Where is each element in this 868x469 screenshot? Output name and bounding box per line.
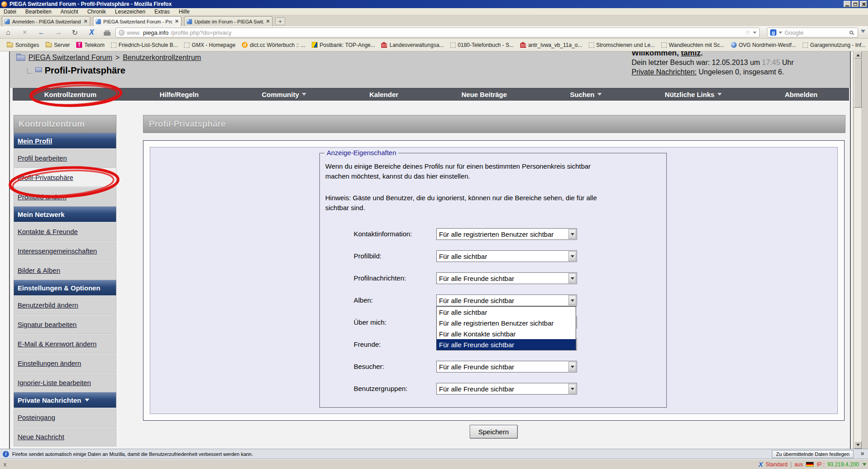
scroll-up-button[interactable] [854,51,862,59]
sidebar-item-signatur-bearbeiten[interactable]: Signatur bearbeiten [14,315,116,334]
sidebar-item-benutzerbild-aendern[interactable]: Benutzerbild ändern [14,295,116,315]
breadcrumb-root-link[interactable]: PIEGA Switzerland Forum [28,54,112,62]
sidebar-section-private-nachrichten[interactable]: Private Nachrichten [14,392,116,408]
username-link[interactable]: tamiz [681,51,700,57]
menu-ansicht[interactable]: Ansicht [60,9,78,15]
nav-suchen[interactable]: Suchen [570,91,601,98]
bookmark-item[interactable]: GMX - Homepage [181,42,239,48]
x-addon-status-icon[interactable]: X [759,461,763,468]
home-icon[interactable]: ⌂ [4,28,13,37]
notification-settings-button[interactable]: Zu übermittelnde Daten festlegen [772,450,854,458]
back-icon[interactable]: ← [37,28,46,37]
reload-icon[interactable]: ↻ [70,28,79,37]
select-benutzergruppen[interactable]: Für alle Freunde sichtbar [436,383,577,395]
tab-close-icon[interactable] [83,19,88,23]
nav-nuetzliche-links[interactable]: Nützliche Links [665,91,722,98]
bookmark-item[interactable]: 0180-Telefonbuch - S... [447,42,517,48]
menu-lesezeichen[interactable]: Lesezeichen [115,9,145,15]
nav-abmelden[interactable]: Abmelden [785,91,817,98]
menu-datei[interactable]: Datei [4,9,16,15]
select-besucher[interactable]: Für alle Freunde sichtbar [436,361,577,372]
bookmark-item[interactable]: Friedrich-List-Schule B... [108,42,181,48]
dropdown-option[interactable]: Für alle sichtbar [437,307,576,317]
bookmark-item[interactable]: Wandleuchten mit Sc... [658,42,728,48]
vertical-scrollbar[interactable] [854,51,861,449]
select-kontaktinformation[interactable]: Für alle registrierten Benutzer sichtbar [436,228,577,240]
maximize-button[interactable] [852,1,859,7]
nav-kontrollzentrum[interactable]: Kontrollzentrum [44,91,97,98]
menu-hilfe[interactable]: Hilfe [179,9,189,15]
sidebar-item-neue-nachricht[interactable]: Neue Nachricht [14,427,116,446]
forward-icon[interactable]: → [54,28,63,37]
stop-icon[interactable]: × [20,28,29,37]
speichern-button[interactable]: Speichern [470,425,517,438]
tab-close-icon[interactable] [175,19,179,23]
sidebar-item-bilder-alben[interactable]: Bilder & Alben [14,261,116,280]
dropdown-option[interactable]: Für alle Kontakte sichtbar [437,328,576,339]
url-dropdown-icon[interactable] [753,32,757,34]
search-input[interactable]: Google [785,29,847,36]
bookmark-item[interactable]: Garagennutzung - Inf... [799,42,868,48]
addon-bar-close[interactable]: x [4,461,6,468]
select-arrow-icon[interactable] [568,251,576,261]
select-arrow-icon[interactable] [568,229,576,239]
bookmark-item[interactable]: Stromschienen und Le... [586,42,658,48]
bookmark-item[interactable]: TTelekom [73,42,108,48]
bookmark-item[interactable]: OVG Nordrhein-Westf... [728,42,799,48]
select-alben[interactable]: Für alle Freunde sichtbar [436,294,577,306]
bookmark-item[interactable]: Postbank: TOP-Ange... [309,42,379,48]
tab-anmelden[interactable]: Anmelden - PIEGA Switzerland Forum - v..… [2,16,90,26]
engine-dropdown-icon[interactable] [779,32,782,34]
downloads-icon[interactable] [861,30,865,35]
sidebar-item-profil-bearbeiten[interactable]: Profil bearbeiten [14,148,116,168]
nav-community[interactable]: Community [262,91,306,98]
url-bar[interactable]: www.piega.info/profile.php?do=privacy ☆ [115,28,760,37]
select-arrow-icon[interactable] [568,362,576,372]
bookmark-item[interactable]: Landesverwaltungsa... [378,42,447,48]
bookmark-item[interactable]: ddict.cc Wörterbuch :: ... [239,42,309,48]
dropdown-option-highlighted[interactable]: Für alle Freunde sichtbar [437,339,576,350]
bookmark-star-icon[interactable]: ☆ [745,28,751,37]
select-arrow-icon[interactable] [568,295,576,305]
new-tab-button[interactable]: + [275,17,285,25]
breadcrumb-current-link[interactable]: Benutzerkontrollzentrum [123,54,201,62]
bookmark-item[interactable]: Server [42,42,73,48]
sidebar-item-email-kennwort-aendern[interactable]: E-Mail & Kennwort ändern [14,334,116,354]
menu-bearbeiten[interactable]: Bearbeiten [25,9,51,15]
close-button[interactable] [860,1,867,7]
site-identity-icon[interactable] [119,30,125,36]
tab-update-im-forum[interactable]: Update im Forum - PIEGA Switzerland For.… [184,16,272,26]
sidebar-item-interessengemeinschaften[interactable]: Interessengemeinschaften [14,241,116,261]
x-addon-icon[interactable]: X [87,28,96,37]
dropdown-option[interactable]: Für alle registrierten Benutzer sichtbar [437,317,576,328]
bookmark-item[interactable]: antr_lvwa_vb_11a_o... [517,42,586,48]
sidebar-item-einstellungen-aendern[interactable]: Einstellungen ändern [14,354,116,373]
scroll-down-button[interactable] [854,441,862,449]
tab-close-icon[interactable] [266,19,270,23]
sidebar-item-posteingang[interactable]: Posteingang [14,408,116,427]
select-arrow-icon[interactable] [568,384,576,394]
search-bar[interactable]: g Google [767,28,858,37]
nav-kalender[interactable]: Kalender [369,91,398,98]
select-profilbild[interactable]: Für alle sichtbar [436,250,577,262]
minimize-button[interactable] [844,1,851,7]
select-arrow-icon[interactable] [568,273,576,283]
tab-profil-privatsphaere[interactable]: PIEGA Switzerland Forum - Profil-Privats… [93,16,181,26]
sidebar-item-ignorier-liste-bearbeiten[interactable]: Ignorier-Liste bearbeiten [14,373,116,392]
print-icon[interactable] [104,32,111,36]
sidebar-item-kontakte-freunde[interactable]: Kontakte & Freunde [14,222,116,241]
notification-close-icon[interactable] [860,452,864,456]
sidebar-item-profil-privatsphaere[interactable]: Profil-Privatsphäre [14,168,116,187]
sidebar-item-profilbild-aendern[interactable]: Profilbild ändern [14,187,116,207]
menu-extras[interactable]: Extras [154,9,170,15]
private-messages-link[interactable]: Private Nachrichten: [632,68,697,76]
google-engine-icon[interactable]: g [770,29,776,36]
sidebar-section-mein-profil[interactable]: Mein Profil [14,133,116,148]
select-profilnachrichten[interactable]: Für alle Freunde sichtbar [436,272,577,284]
scrollbar-thumb[interactable] [854,59,862,108]
menu-chronik[interactable]: Chronik [87,9,106,15]
search-icon[interactable] [850,31,853,34]
nav-neue-beitraege[interactable]: Neue Beiträge [462,91,507,98]
nav-hilfe-regeln[interactable]: Hilfe/Regeln [160,91,199,98]
bookmark-item[interactable]: Sonstiges [4,42,42,48]
